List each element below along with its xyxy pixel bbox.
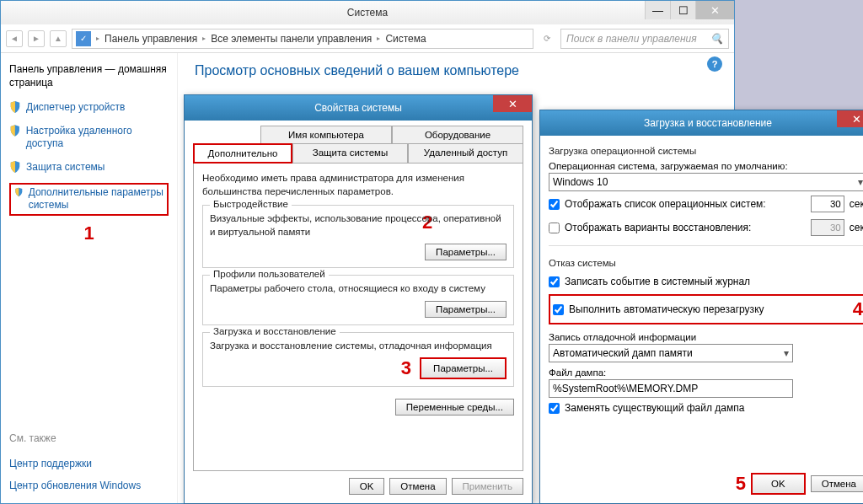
tab-advanced[interactable]: Дополнительно bbox=[193, 143, 292, 164]
dialog-titlebar: Загрузка и восстановление ✕ bbox=[540, 110, 863, 136]
sidebar-advanced-settings[interactable]: Дополнительные параметры системы bbox=[9, 183, 169, 216]
show-recovery-checkbox[interactable] bbox=[549, 223, 560, 233]
os-list-seconds[interactable]: 30 bbox=[811, 196, 844, 212]
ok-button[interactable]: OK bbox=[751, 473, 806, 495]
tab-protection[interactable]: Защита системы bbox=[292, 143, 408, 164]
shield-icon bbox=[9, 101, 21, 113]
tab-computer-name[interactable]: Имя компьютера bbox=[260, 126, 392, 143]
navbar: ◄ ► ▲ ✓ ▸ Панель управления ▸ Все элемен… bbox=[1, 24, 734, 53]
shield-icon bbox=[14, 186, 24, 198]
dialog-titlebar: Свойства системы ✕ bbox=[185, 95, 532, 121]
overwrite-checkbox[interactable] bbox=[549, 403, 560, 414]
search-icon: 🔍 bbox=[710, 33, 723, 45]
default-os-select[interactable]: Windows 10 bbox=[549, 173, 863, 191]
breadcrumb-item[interactable]: Система bbox=[385, 33, 426, 45]
sidebar-device-manager[interactable]: Диспетчер устройств bbox=[9, 99, 169, 116]
boot-section-label: Загрузка операционной системы bbox=[549, 146, 863, 156]
close-button[interactable]: ✕ bbox=[695, 1, 734, 19]
forward-button[interactable]: ► bbox=[28, 30, 45, 47]
dumpfile-input[interactable]: %SystemRoot%\MEMORY.DMP bbox=[549, 379, 793, 398]
dialog-close-button[interactable]: ✕ bbox=[837, 110, 863, 127]
sidebar-home[interactable]: Панель управления — домашняя страница bbox=[9, 63, 169, 89]
startup-recovery-dialog: Загрузка и восстановление ✕ Загрузка опе… bbox=[539, 110, 863, 504]
back-button[interactable]: ◄ bbox=[6, 30, 23, 47]
show-os-list-checkbox[interactable] bbox=[549, 199, 560, 210]
breadcrumb-item[interactable]: Все элементы панели управления bbox=[211, 33, 372, 45]
system-properties-dialog: Свойства системы ✕ 2 Имя компьютера Обор… bbox=[184, 94, 533, 504]
search-input[interactable]: Поиск в панели управления 🔍 bbox=[560, 29, 729, 49]
dialog-title: Загрузка и восстановление bbox=[549, 117, 863, 129]
breadcrumb[interactable]: ✓ ▸ Панель управления ▸ Все элементы пан… bbox=[72, 29, 533, 49]
failure-section-label: Отказ системы bbox=[549, 258, 863, 268]
auto-restart-checkbox[interactable] bbox=[553, 304, 564, 315]
profiles-settings-button[interactable]: Параметры... bbox=[425, 301, 507, 318]
shield-icon bbox=[9, 125, 21, 137]
default-os-label: Операционная система, загружаемая по умо… bbox=[549, 161, 863, 171]
control-panel-icon: ✓ bbox=[76, 31, 91, 46]
cancel-button[interactable]: Отмена bbox=[389, 478, 446, 495]
tabs: Имя компьютера Оборудование Дополнительн… bbox=[193, 126, 523, 164]
sidebar: Панель управления — домашняя страница Ди… bbox=[1, 53, 178, 503]
tab-panel-advanced: Необходимо иметь права администратора дл… bbox=[193, 163, 523, 471]
marker-5: 5 bbox=[736, 473, 746, 495]
cancel-button[interactable]: Отмена bbox=[811, 475, 863, 492]
link-windows-update[interactable]: Центр обновления Windows bbox=[9, 478, 169, 493]
page-title: Просмотр основных сведений о вашем компь… bbox=[195, 63, 717, 78]
dialog-close-button[interactable]: ✕ bbox=[493, 95, 532, 112]
link-support-center[interactable]: Центр поддержки bbox=[9, 456, 169, 471]
breadcrumb-item[interactable]: Панель управления bbox=[105, 33, 197, 45]
log-event-checkbox[interactable] bbox=[549, 276, 560, 287]
maximize-button[interactable]: ☐ bbox=[670, 1, 695, 19]
marker-4: 4 bbox=[853, 298, 863, 320]
env-vars-button[interactable]: Переменные среды... bbox=[395, 399, 514, 416]
dump-type-select[interactable]: Автоматический дамп памяти bbox=[549, 344, 793, 362]
group-profiles: Профили пользователей Параметры рабочего… bbox=[202, 275, 514, 325]
refresh-button[interactable]: ⟳ bbox=[539, 30, 555, 47]
sidebar-protection[interactable]: Защита системы bbox=[9, 159, 169, 176]
window-title: Система bbox=[347, 7, 388, 19]
see-also-label: См. также bbox=[9, 432, 169, 449]
apply-button: Применить bbox=[452, 478, 523, 495]
marker-1: 1 bbox=[83, 223, 94, 244]
dumpfile-label: Файл дампа: bbox=[549, 367, 863, 378]
group-startup-recovery: Загрузка и восстановление Загрузка и вос… bbox=[202, 332, 514, 388]
dialog-title: Свойства системы bbox=[193, 102, 523, 114]
tab-hardware[interactable]: Оборудование bbox=[392, 126, 523, 143]
minimize-button[interactable]: — bbox=[645, 1, 670, 19]
group-performance: Быстродействие Визуальные эффекты, испол… bbox=[202, 205, 514, 268]
up-button[interactable]: ▲ bbox=[50, 30, 67, 47]
marker-3: 3 bbox=[401, 357, 411, 379]
recovery-seconds: 30 bbox=[811, 219, 844, 236]
startup-recovery-settings-button[interactable]: Параметры... bbox=[420, 357, 507, 379]
shield-icon bbox=[9, 161, 21, 173]
performance-settings-button[interactable]: Параметры... bbox=[425, 244, 507, 260]
intro-text: Необходимо иметь права администратора дл… bbox=[202, 172, 514, 198]
ok-button[interactable]: OK bbox=[349, 478, 385, 495]
titlebar: Система — ☐ ✕ bbox=[1, 1, 734, 24]
sidebar-remote[interactable]: Настройка удаленного доступа bbox=[9, 123, 169, 153]
tab-remote[interactable]: Удаленный доступ bbox=[408, 143, 523, 164]
dump-label: Запись отладочной информации bbox=[549, 332, 863, 342]
help-icon[interactable]: ? bbox=[707, 56, 722, 72]
